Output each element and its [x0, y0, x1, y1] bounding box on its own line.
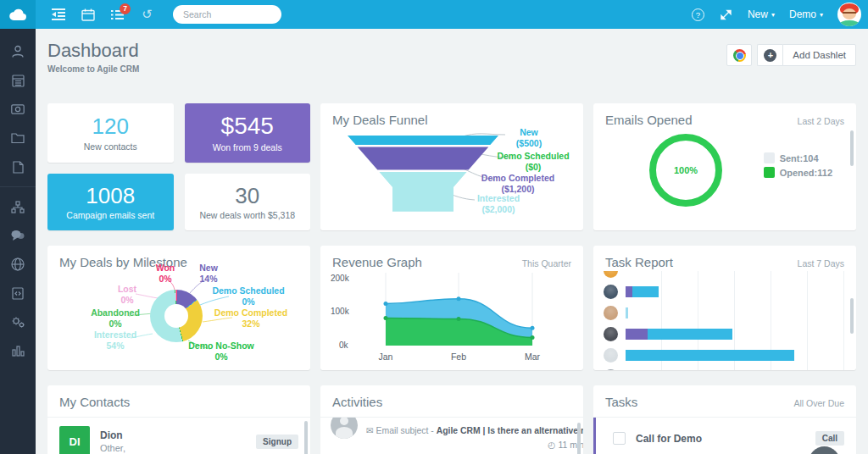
- chrome-icon: [733, 49, 746, 62]
- assignee-avatar: [604, 285, 618, 299]
- task-report-row[interactable]: [604, 302, 848, 324]
- new-menu-label: New: [748, 8, 768, 20]
- task-report-row[interactable]: [604, 324, 848, 345]
- funnel-stage-label: Demo Completed($1,200): [481, 173, 554, 195]
- tasks-filter[interactable]: All Over Due: [793, 398, 844, 408]
- widget-scrollbar[interactable]: [577, 423, 581, 454]
- stat-value: $545: [221, 114, 274, 140]
- activities-list: ✉ Email subject - Agile CRM | Is there a…: [320, 418, 583, 454]
- my-contacts-widget: My Contacts DI Dion Other, Signup: [47, 385, 310, 454]
- milestone-label: Won0%: [156, 263, 175, 285]
- activities-widget: Activities ✉ Email subject - Agile CRM |…: [320, 385, 583, 454]
- expand-icon[interactable]: [719, 8, 733, 22]
- stat-label: New contacts: [84, 141, 137, 152]
- file-icon: [13, 161, 24, 174]
- header-actions: + Add Dashlet: [726, 44, 856, 66]
- x-tick: Feb: [451, 352, 466, 362]
- y-tick: 200k: [331, 274, 349, 283]
- sidebar-item-reports[interactable]: [0, 336, 36, 365]
- task-report-row[interactable]: [604, 366, 848, 370]
- task-report-row[interactable]: [604, 281, 848, 302]
- task-checkbox[interactable]: [613, 432, 626, 445]
- sidebar-item-notes[interactable]: [0, 152, 36, 181]
- stats-widget: 120New contacts $545Won from 9 deals 100…: [47, 103, 310, 230]
- funnel-shape: [348, 136, 498, 212]
- sidebar-item-deals[interactable]: [0, 95, 36, 124]
- sidebar-item-contacts[interactable]: [0, 37, 36, 66]
- folder-icon: [11, 133, 25, 144]
- activity-avatar: [331, 418, 358, 439]
- search-input[interactable]: [183, 9, 298, 19]
- stat-label: Won from 9 deals: [213, 142, 282, 152]
- help-icon[interactable]: ?: [692, 8, 704, 21]
- widget-period: Last 2 Days: [798, 116, 844, 126]
- stat-label: Campaign emails sent: [66, 210, 154, 220]
- sidebar-item-web[interactable]: [0, 250, 36, 279]
- contact-row[interactable]: DI Dion Other, Signup: [47, 418, 310, 454]
- dashboard-grid: 120New contacts $545Won from 9 deals 100…: [47, 103, 856, 454]
- sidebar-item-conversations[interactable]: [0, 221, 36, 250]
- page-header: Dashboard Welcome to Agile CRM + Add Das…: [47, 29, 856, 103]
- sidebar-item-companies[interactable]: [0, 66, 36, 95]
- stat-value: 120: [92, 114, 129, 139]
- activity-prefix: Email subject -: [376, 426, 437, 435]
- menu-icon[interactable]: [51, 8, 65, 22]
- history-icon[interactable]: ↺: [140, 8, 154, 22]
- activity-time: ◴ 11 minutes ago: [366, 440, 583, 450]
- milestone-donut-chart[interactable]: [150, 290, 203, 342]
- sidebar-item-settings[interactable]: [0, 307, 36, 336]
- sidebar-item-forms[interactable]: [0, 279, 36, 307]
- sidebar-item-documents[interactable]: [0, 124, 36, 152]
- revenue-graph-widget: Revenue GraphThis Quarter 200k 100k 0k J…: [320, 246, 583, 370]
- tasks-icon[interactable]: 7: [110, 8, 125, 22]
- add-widget-button[interactable]: +: [757, 44, 782, 66]
- stat-new-contacts[interactable]: 120New contacts: [47, 103, 174, 163]
- add-dashlet-button[interactable]: Add Dashlet: [782, 44, 856, 66]
- legend-swatch: [764, 152, 775, 163]
- stat-campaign-emails[interactable]: 1008Campaign emails sent: [47, 174, 174, 230]
- user-avatar[interactable]: [837, 3, 861, 26]
- task-name: Call for Demo: [636, 433, 702, 445]
- legend-swatch: [764, 167, 775, 178]
- widget-scrollbar[interactable]: [850, 130, 854, 166]
- assignee-avatar: [604, 271, 618, 278]
- widget-period: Last 7 Days: [798, 258, 844, 269]
- assignee-avatar: [604, 306, 618, 320]
- chrome-extension-button[interactable]: [726, 44, 752, 66]
- widget-scrollbar[interactable]: [850, 298, 854, 334]
- stat-new-deals[interactable]: 30New deals worth $5,318: [185, 174, 311, 230]
- sidebar-divider: [0, 186, 36, 187]
- tasks-widget: TasksAll Over Due Call for Demo Call Fra…: [593, 385, 856, 454]
- task-report-row[interactable]: [604, 271, 848, 281]
- contact-name[interactable]: Dion: [100, 429, 125, 441]
- sidebar-item-campaigns[interactable]: [0, 192, 36, 221]
- calendar-icon[interactable]: [81, 8, 95, 22]
- legend-label: Opened:112: [780, 168, 832, 178]
- user-menu[interactable]: Demo▾: [789, 8, 823, 20]
- stat-label: New deals worth $5,318: [199, 210, 295, 220]
- bar-chart-icon: [12, 345, 25, 357]
- milestone-label: Demo Scheduled0%: [212, 285, 284, 307]
- chat-icon: [11, 230, 25, 241]
- page-title: Dashboard: [47, 40, 139, 62]
- emails-donut-chart[interactable]: 100%: [649, 134, 722, 207]
- activity-item[interactable]: ✉ Email subject - Agile CRM | Is there a…: [320, 418, 583, 450]
- milestone-label: New14%: [199, 263, 218, 285]
- money-icon: [11, 104, 25, 114]
- file-code-icon: [12, 287, 24, 300]
- plus-icon: +: [764, 49, 776, 62]
- milestone-label: Lost0%: [118, 284, 136, 306]
- activity-subject[interactable]: Agile CRM | Is there an alternative numb…: [437, 426, 583, 435]
- contact-tag-badge[interactable]: Signup: [256, 435, 298, 449]
- stat-won-deals[interactable]: $545Won from 9 deals: [185, 103, 311, 163]
- agile-crm-logo[interactable]: [0, 0, 36, 29]
- revenue-series: [384, 296, 535, 346]
- task-report-chart[interactable]: [604, 271, 848, 370]
- task-type-badge: Call: [815, 431, 844, 446]
- search-box[interactable]: [173, 5, 281, 24]
- task-report-row[interactable]: [604, 345, 848, 366]
- milestone-label: Interested54%: [94, 329, 136, 352]
- funnel-stage-label: Interested($2,000): [477, 193, 520, 215]
- widget-scrollbar[interactable]: [304, 421, 308, 454]
- new-menu[interactable]: New▾: [748, 8, 775, 20]
